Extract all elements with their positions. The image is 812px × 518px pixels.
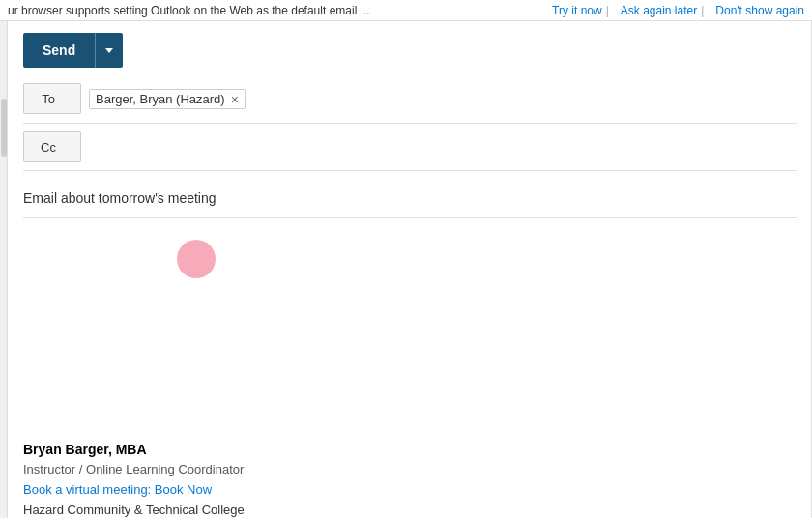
cc-label[interactable]: Cc <box>23 131 81 162</box>
signature-block: Bryan Barger, MBA Instructor / Online Le… <box>8 423 812 518</box>
ask-later-link[interactable]: Ask again later <box>621 4 697 17</box>
signature-book-text: Book a virtual meeting: <box>23 482 151 497</box>
body-area[interactable] <box>8 230 812 423</box>
signature-book-link[interactable]: Book Now <box>155 482 212 497</box>
to-field-value[interactable]: Barger, Bryan (Hazard) × <box>89 83 797 115</box>
send-button-group: Send <box>23 33 797 68</box>
signature-name: Bryan Barger, MBA <box>23 439 797 460</box>
pink-circle-cursor <box>177 240 216 278</box>
compose-area: Send To Barger, Bryan (Hazard) × Cc <box>8 21 812 230</box>
chevron-down-icon <box>105 48 113 53</box>
to-label[interactable]: To <box>23 83 81 114</box>
subject-input[interactable] <box>23 187 797 210</box>
send-button[interactable]: Send <box>23 33 95 68</box>
cc-field-row: Cc <box>23 131 797 171</box>
notification-text: ur browser supports setting Outlook on t… <box>8 4 544 17</box>
send-dropdown-button[interactable] <box>95 33 123 68</box>
signature-org: Hazard Community & Technical College <box>23 501 797 518</box>
scroll-thumb[interactable] <box>1 99 7 157</box>
notification-bar: ur browser supports setting Outlook on t… <box>0 0 812 21</box>
recipient-name: Barger, Bryan (Hazard) <box>96 92 225 106</box>
recipient-tag: Barger, Bryan (Hazard) × <box>89 89 246 109</box>
subject-row <box>23 179 797 218</box>
try-now-link[interactable]: Try it now <box>552 4 602 17</box>
signature-book-line: Book a virtual meeting: Book Now <box>23 480 797 501</box>
cc-field-value[interactable] <box>89 131 797 162</box>
remove-recipient-icon[interactable]: × <box>231 93 239 106</box>
left-scrollbar[interactable] <box>0 21 8 518</box>
dont-show-link[interactable]: Don't show again <box>715 4 804 17</box>
to-field-row: To Barger, Bryan (Hazard) × <box>23 83 797 124</box>
signature-title: Instructor / Online Learning Coordinator <box>23 460 797 480</box>
